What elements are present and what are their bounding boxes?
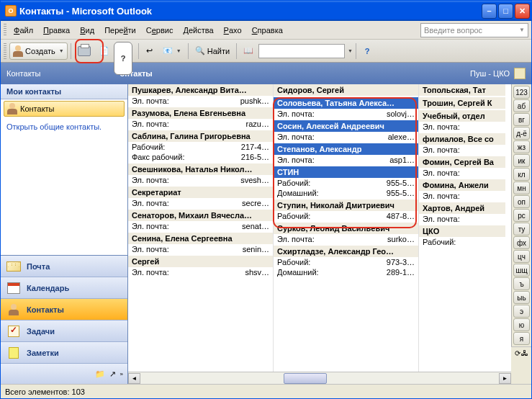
scroll-right-button[interactable]: ► — [499, 373, 511, 384]
index-button[interactable]: 123 — [513, 86, 530, 99]
field-label: Эл. почта: — [132, 245, 191, 254]
contact-card[interactable]: Соловьева, Татьяна Алекса…Эл. почта:solo… — [274, 97, 418, 119]
nav-item-contacts[interactable]: Контакты — [4, 101, 125, 117]
contact-card[interactable]: ЦКОРабочий: — [419, 225, 505, 247]
dropdown-icon: ▼ — [59, 48, 64, 53]
index-button[interactable]: э — [513, 305, 530, 318]
contact-card[interactable]: филиалов, Все соЭл. почта: — [419, 133, 505, 155]
minimize-button[interactable]: – — [482, 4, 497, 19]
index-button[interactable]: ъ — [513, 277, 530, 290]
horizontal-scrollbar[interactable]: ◄ ► — [128, 372, 511, 384]
contact-card[interactable]: Саблина, Галина ГригорьевнаРабочий:217-4… — [128, 130, 273, 162]
contact-field: Эл. почта:alexe… — [274, 132, 418, 142]
reply-button[interactable]: ↩ — [142, 42, 158, 60]
find-button[interactable]: 🔍Найти — [191, 42, 233, 60]
contact-name: Схиртладзе, Александр Гео… — [274, 246, 418, 257]
contact-card[interactable]: СекретариатЭл. почта:secre… — [128, 187, 273, 208]
open-shared-contacts-link[interactable]: Открыть общие контакты. — [1, 118, 127, 135]
index-button[interactable]: жз — [513, 140, 530, 153]
reply-icon: ↩ — [146, 46, 153, 55]
index-button[interactable]: ыь — [513, 291, 530, 304]
person-icon — [13, 45, 23, 57]
contact-card[interactable]: СТИНРабочий:955-5…Домашний:955-5… — [274, 166, 418, 198]
index-button[interactable]: ик — [513, 154, 530, 167]
menu-help[interactable]: Справка — [248, 24, 287, 37]
contact-card[interactable]: СергейЭл. почта:shsv… — [128, 256, 273, 277]
section-header: Контакты онтакты Пуш - ЦКО — [1, 63, 531, 84]
index-button[interactable]: шщ — [513, 264, 530, 277]
index-button[interactable]: рс — [513, 209, 530, 222]
field-label: Рабочий: — [277, 179, 336, 187]
contact-card[interactable]: Сурков, Леонид ВасильевичЭл. почта:surko… — [274, 223, 418, 244]
separator — [356, 43, 356, 59]
index-button[interactable]: мн — [513, 181, 530, 194]
forward-button[interactable]: 📧▼ — [159, 42, 185, 60]
index-button[interactable]: я — [513, 332, 530, 345]
menu-paxo[interactable]: Paxo — [220, 24, 246, 37]
index-button[interactable]: оп — [513, 195, 530, 208]
contact-name: Соловьева, Татьяна Алекса… — [274, 97, 418, 109]
nav-mail[interactable]: Почта — [1, 256, 127, 277]
menu-go[interactable]: Перейти — [100, 24, 140, 37]
folder-icon[interactable]: 📁 — [95, 369, 105, 379]
contact-card[interactable]: Трошин, Сергей К — [419, 97, 505, 109]
nav-calendar[interactable]: Календарь — [1, 277, 127, 299]
index-button[interactable]: фх — [513, 236, 530, 249]
card-view-icon[interactable] — [514, 68, 526, 79]
contact-card[interactable]: Разумова, Елена ЕвгеньевнаЭл. почта:razu… — [128, 107, 273, 129]
nav-contacts[interactable]: Контакты — [1, 299, 127, 320]
field-label: Факс рабочий: — [132, 153, 191, 161]
contact-card[interactable]: Сенаторов, Михаил Вячесла…Эл. почта:sena… — [128, 210, 273, 231]
contact-card[interactable]: Сидоров, Сергей — [274, 84, 418, 96]
contact-card[interactable]: Ступин, Николай ДмитриевичРабочий:487-8… — [274, 200, 418, 221]
create-button[interactable]: Создать ▼ — [9, 42, 68, 60]
menu-file-label: айл — [19, 26, 33, 35]
contact-field: Рабочий:487-8… — [274, 211, 418, 221]
online-icon[interactable]: 🖧 — [521, 349, 528, 357]
maximize-button[interactable]: □ — [498, 4, 513, 19]
nav-tasks[interactable]: Задачи — [1, 320, 127, 342]
nav-notes[interactable]: Заметки — [1, 342, 127, 364]
contact-card[interactable]: Фомин, Сергей ВаЭл. почта: — [419, 156, 505, 178]
scroll-left-button[interactable]: ◄ — [128, 373, 140, 384]
contact-card[interactable]: Топольская, Тат — [419, 84, 505, 96]
menu-edit[interactable]: Правка — [39, 24, 74, 37]
index-button[interactable]: цч — [513, 250, 530, 263]
print-preview-button[interactable]: 📄 — [96, 42, 113, 60]
scroll-thumb[interactable] — [284, 373, 327, 384]
print-button[interactable] — [74, 42, 94, 60]
addressbook-button[interactable]: 📖 — [240, 42, 257, 60]
field-value: 217-4… — [191, 143, 269, 151]
index-button[interactable]: аб — [513, 99, 530, 112]
titlebar: O Контакты - Microsoft Outlook – □ ✕ — [1, 1, 531, 21]
configure-icon[interactable]: » — [120, 371, 123, 377]
contact-card[interactable]: Сенина, Елена СергеевнаЭл. почта:senin… — [128, 233, 273, 254]
calendar-icon — [7, 282, 20, 294]
contact-card[interactable]: Степанов, АлександрЭл. почта:asp1… — [274, 143, 418, 165]
field-value: 955-5… — [336, 179, 415, 187]
menu-view[interactable]: Вид — [76, 24, 99, 37]
menu-service[interactable]: Сервис — [142, 24, 178, 37]
index-button[interactable]: ту — [513, 223, 530, 236]
sync-icon[interactable]: ⟳ — [515, 349, 520, 357]
help-button[interactable]: ? — [359, 42, 375, 60]
help-search-input[interactable]: Введите вопрос ▼ — [420, 23, 528, 37]
shortcut-icon[interactable]: ↗ — [109, 369, 116, 379]
contact-card[interactable]: Сосин, Алексей АндреевичЭл. почта:alexe… — [274, 120, 418, 142]
contact-card[interactable]: Фомина, АнжелиЭл. почта: — [419, 179, 505, 201]
contact-card[interactable]: Пушкарев, Александр Вита…Эл. почта:pushk… — [128, 84, 273, 106]
index-button[interactable]: д-ё — [513, 127, 530, 140]
contact-card[interactable]: Хартов, АндрейЭл. почта: — [419, 202, 505, 224]
addressbook-input[interactable] — [258, 44, 345, 58]
menu-actions[interactable]: Действа — [179, 24, 217, 37]
field-label: Эл. почта: — [423, 192, 482, 200]
menu-file[interactable]: Файл — [9, 24, 37, 37]
index-button[interactable]: кл — [513, 168, 530, 181]
scroll-track[interactable] — [140, 373, 499, 384]
index-button[interactable]: ю — [513, 318, 530, 331]
contact-card[interactable]: Свешникова, Наталья Никол…Эл. почта:sves… — [128, 163, 273, 185]
close-button[interactable]: ✕ — [515, 4, 530, 19]
contact-card[interactable]: Схиртладзе, Александр Гео…Рабочий:973-3…… — [274, 246, 418, 277]
index-button[interactable]: вг — [513, 113, 530, 126]
contact-card[interactable]: Учебный, отделЭл. почта: — [419, 110, 505, 132]
